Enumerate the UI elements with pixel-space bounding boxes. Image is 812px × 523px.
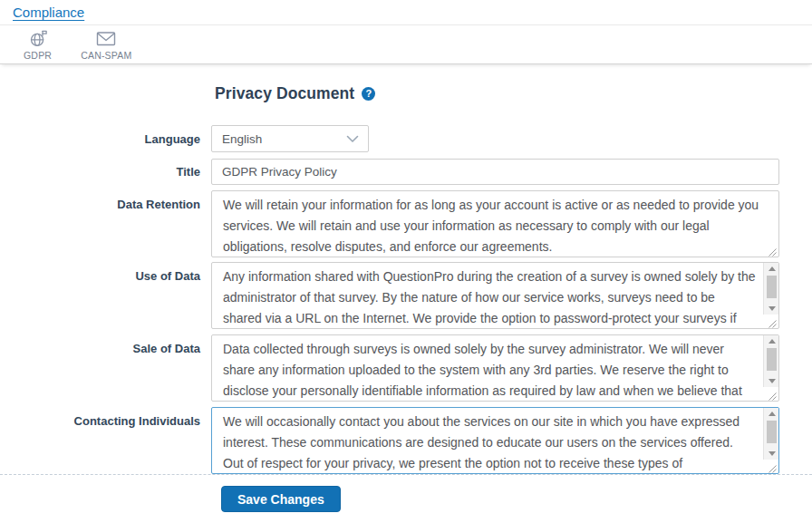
language-selected-value: English (222, 132, 262, 146)
contacting-individuals-label: Contacting Individuals (0, 407, 211, 474)
scrollbar[interactable] (763, 335, 778, 387)
use-of-data-label: Use of Data (0, 262, 211, 329)
scrollbar-thumb[interactable] (767, 276, 777, 298)
scrollbar-thumb[interactable] (767, 348, 777, 371)
scrollbar[interactable] (763, 408, 778, 460)
data-retention-text: We will retain your information for as l… (212, 191, 778, 257)
tab-gdpr[interactable]: GDPR (22, 27, 53, 62)
scroll-down-arrow-icon[interactable] (764, 448, 779, 460)
page-title: Privacy Document (215, 84, 354, 103)
sale-of-data-text: Data collected through surveys is owned … (212, 335, 778, 401)
use-of-data-text: Any information shared with QuestionPro … (212, 263, 778, 328)
contacting-individuals-textarea[interactable]: We will occasionally contact you about t… (211, 407, 779, 474)
save-changes-button[interactable]: Save Changes (221, 486, 341, 512)
scroll-up-arrow-icon[interactable] (764, 335, 779, 347)
chevron-down-icon (346, 135, 359, 143)
tab-canspam[interactable]: CAN-SPAM (79, 27, 133, 62)
use-of-data-textarea[interactable]: Any information shared with QuestionPro … (211, 262, 779, 329)
gdpr-icon (28, 29, 48, 48)
compliance-toolbar: GDPR CAN-SPAM (0, 25, 812, 64)
sale-of-data-label: Sale of Data (0, 334, 211, 402)
language-label: Language (0, 132, 211, 146)
privacy-form: Language English Title Data Retention (0, 125, 812, 474)
scroll-down-arrow-icon[interactable] (764, 375, 779, 387)
resize-handle-icon[interactable] (767, 389, 778, 400)
scroll-down-arrow-icon[interactable] (764, 303, 779, 315)
resize-handle-icon[interactable] (767, 245, 778, 256)
data-retention-textarea[interactable]: We will retain your information for as l… (211, 190, 779, 257)
resize-handle-icon[interactable] (767, 316, 778, 327)
title-input[interactable] (211, 159, 779, 185)
dashed-divider (0, 474, 812, 475)
scroll-up-arrow-icon[interactable] (764, 263, 779, 275)
title-label: Title (0, 165, 211, 179)
resize-handle-icon[interactable] (767, 461, 778, 472)
help-icon[interactable]: ? (362, 87, 375, 101)
breadcrumb: Compliance (0, 0, 812, 25)
canspam-icon (95, 29, 117, 48)
scrollbar-thumb[interactable] (767, 421, 777, 443)
tab-canspam-label: CAN-SPAM (81, 50, 131, 61)
breadcrumb-compliance-link[interactable]: Compliance (13, 5, 84, 20)
privacy-document-panel: Privacy Document ? Language English Titl… (0, 83, 812, 512)
language-select[interactable]: English (211, 125, 369, 152)
scroll-up-arrow-icon[interactable] (764, 408, 779, 420)
data-retention-label: Data Retention (0, 190, 211, 257)
contacting-individuals-text: We will occasionally contact you about t… (212, 408, 778, 473)
scrollbar[interactable] (763, 263, 778, 315)
tab-gdpr-label: GDPR (24, 50, 52, 61)
sale-of-data-textarea[interactable]: Data collected through surveys is owned … (211, 334, 779, 402)
